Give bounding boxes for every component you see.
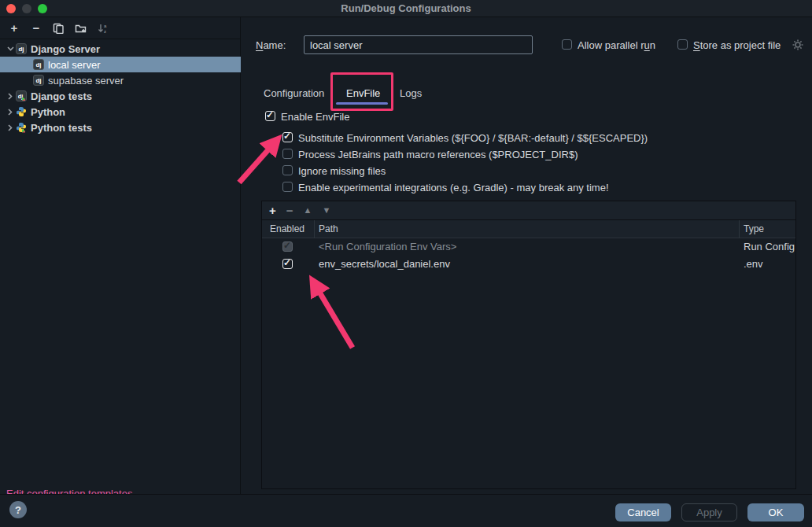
tree-item-python[interactable]: Python [0,104,241,120]
django-icon: dj [33,75,44,86]
django-tests-icon: dj [16,90,27,101]
remove-configuration-icon[interactable]: − [30,22,42,35]
gear-icon[interactable] [792,39,804,53]
close-window-button[interactable] [6,4,16,13]
row-path: <Run Configuration Env Vars> [319,241,456,252]
tab-envfile[interactable]: EnvFile [346,81,380,105]
chevron-right-icon[interactable] [5,109,16,116]
minimize-window-button [22,4,31,13]
store-as-project-file-checkbox[interactable]: Store as project file [677,39,781,51]
copy-configuration-icon[interactable] [52,22,65,35]
tree-item-label: Django tests [31,90,92,102]
tree-item-label: local server [48,59,100,71]
checkbox-label: Allow parallel run [578,39,655,51]
ignore-missing-files-checkbox[interactable]: Ignore missing files [282,165,386,177]
name-input[interactable] [304,35,533,54]
checkbox-box[interactable] [282,165,293,175]
checkbox-box[interactable] [562,39,572,50]
tree-item-supabase-server[interactable]: dj supabase server [0,72,241,88]
checkbox-label: Enable experimental integrations (e.g. G… [298,182,609,193]
move-up-icon[interactable]: ▲ [304,206,312,215]
column-divider[interactable] [739,220,740,238]
dialog-title: Run/Debug Configurations [341,2,471,14]
run-debug-configurations-dialog: Run/Debug Configurations + − az dj Djang… [0,0,812,527]
tab-logs[interactable]: Logs [400,81,422,105]
name-label: Name: [256,39,286,51]
django-icon: dj [33,59,44,70]
checkbox-box[interactable] [282,182,293,192]
tree-item-label: Python [31,106,65,118]
add-configuration-icon[interactable]: + [8,22,20,35]
table-row-run-config-env-vars[interactable]: <Run Configuration Env Vars> Run Config [262,238,795,256]
chevron-down-icon[interactable] [5,46,16,51]
sidebar-toolbar: + − az [0,17,240,39]
ok-button[interactable]: OK [747,503,804,521]
checkbox-box[interactable] [265,111,275,121]
table-toolbar: + − ▲ ▼ [262,201,795,220]
chevron-right-icon[interactable] [5,93,16,100]
tree-item-local-server[interactable]: dj local server [0,57,241,72]
column-header-type[interactable]: Type [744,223,764,234]
move-down-icon[interactable]: ▼ [322,206,330,215]
configurations-sidebar: + − az dj Django Server dj local server [0,17,241,494]
tab-configuration[interactable]: Configuration [264,81,324,105]
python-icon [16,106,27,117]
zoom-window-button[interactable] [38,4,47,13]
add-env-file-icon[interactable]: + [269,205,276,216]
checkbox-box[interactable] [677,39,688,50]
column-divider[interactable] [314,220,315,238]
svg-text:dj: dj [35,61,41,68]
table-row-local-daniel-env[interactable]: env_secrets/local_daniel.env .env [262,256,795,273]
chevron-right-icon[interactable] [5,124,16,131]
row-path: env_secrets/local_daniel.env [319,258,450,270]
svg-text:z: z [104,28,106,33]
svg-text:dj: dj [35,77,41,84]
column-header-path[interactable]: Path [319,223,338,234]
tree-item-label: supabase server [48,75,124,87]
row-enabled-checkbox[interactable] [282,259,293,269]
row-enabled-checkbox [282,241,293,252]
checkbox-box[interactable] [282,132,293,142]
django-icon: dj [16,43,27,54]
checkbox-label: Store as project file [693,39,781,51]
active-tab-indicator [336,102,388,105]
substitute-env-vars-checkbox[interactable]: Substitute Environment Variables (${FOO}… [282,132,648,144]
sort-configurations-icon[interactable]: az [96,22,109,35]
python-tests-icon [16,122,27,133]
help-button[interactable]: ? [9,501,27,518]
column-header-enabled[interactable]: Enabled [270,223,304,234]
tree-item-django-server[interactable]: dj Django Server [0,41,241,57]
env-files-table: + − ▲ ▼ Enabled Path Type <Run Configura… [261,201,796,489]
checkbox-box[interactable] [282,149,293,159]
remove-env-file-icon[interactable]: − [286,205,293,216]
allow-parallel-run-checkbox[interactable]: Allow parallel run [562,39,655,51]
process-path-macros-checkbox[interactable]: Process JetBrains path macro references … [282,149,578,160]
tree-item-django-tests[interactable]: dj Django tests [0,88,241,104]
enable-envfile-checkbox[interactable]: Enable EnvFile [265,111,349,123]
svg-text:a: a [104,24,107,28]
checkbox-label: Enable EnvFile [281,111,349,123]
title-bar: Run/Debug Configurations [0,0,812,17]
checkbox-label: Process JetBrains path macro references … [298,149,578,160]
new-folder-icon[interactable] [74,22,87,35]
checkbox-label: Ignore missing files [298,165,386,177]
tree-item-label: Python tests [31,122,92,134]
row-type: .env [744,258,763,270]
row-type: Run Config [744,241,795,252]
table-header: Enabled Path Type [262,220,795,238]
checkbox-label: Substitute Environment Variables (${FOO}… [298,132,648,144]
svg-text:dj: dj [18,46,24,53]
cancel-button[interactable]: Cancel [615,503,671,521]
experimental-integrations-checkbox[interactable]: Enable experimental integrations (e.g. G… [282,182,609,193]
tree-item-label: Django Server [31,43,100,55]
tree-item-python-tests[interactable]: Python tests [0,120,241,135]
dialog-footer: ? Cancel Apply OK [0,494,812,527]
apply-button: Apply [681,503,737,521]
